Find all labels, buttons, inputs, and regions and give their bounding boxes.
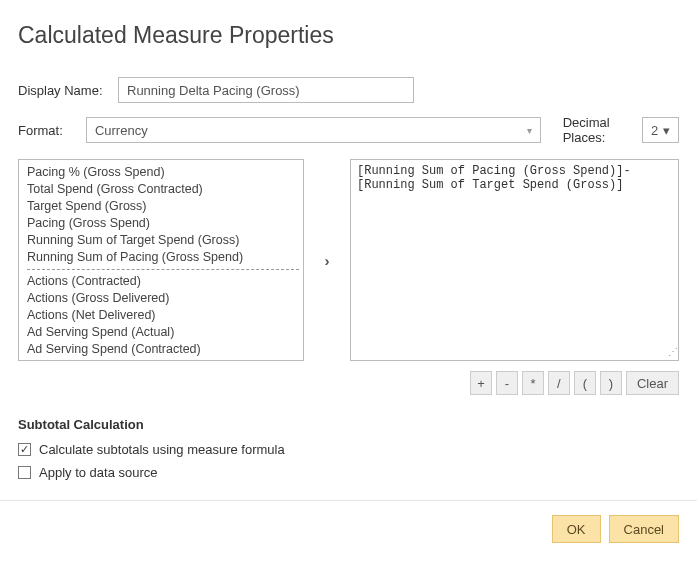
formula-text: [Running Sum of Pacing (Gross Spend)]-[R… [357, 164, 631, 192]
operator-times-button[interactable]: * [522, 371, 544, 395]
clear-button[interactable]: Clear [626, 371, 679, 395]
operator-rparen-button[interactable]: ) [600, 371, 622, 395]
chevron-down-icon: ▾ [663, 123, 670, 138]
format-select[interactable]: Currency ▾ [86, 117, 541, 143]
format-select-value: Currency [95, 123, 148, 138]
operator-lparen-button[interactable]: ( [574, 371, 596, 395]
cancel-button[interactable]: Cancel [609, 515, 679, 543]
measures-listbox[interactable]: Pacing % (Gross Spend) Total Spend (Gros… [18, 159, 304, 361]
list-item[interactable]: Pacing % (Gross Spend) [27, 164, 299, 181]
formula-textarea[interactable]: [Running Sum of Pacing (Gross Spend)]-[R… [350, 159, 679, 361]
chevron-down-icon: ▾ [527, 125, 532, 136]
display-name-input[interactable] [118, 77, 414, 103]
decimal-places-select[interactable]: 2 ▾ [642, 117, 679, 143]
subtotal-heading: Subtotal Calculation [18, 417, 679, 432]
ok-button[interactable]: OK [552, 515, 601, 543]
list-item[interactable]: Actions (Gross Delivered) [27, 290, 299, 307]
resize-grip-icon[interactable]: ⋰ [668, 350, 676, 358]
operator-divide-button[interactable]: / [548, 371, 570, 395]
decimal-places-value: 2 [651, 123, 658, 138]
list-item[interactable]: Actions (Contracted) [27, 273, 299, 290]
decimal-places-label: Decimal Places: [563, 115, 626, 145]
apply-datasource-label: Apply to data source [39, 465, 158, 480]
operator-plus-button[interactable]: + [470, 371, 492, 395]
subtotal-formula-checkbox[interactable]: ✓ [18, 443, 31, 456]
list-item[interactable]: Running Sum of Target Spend (Gross) [27, 232, 299, 249]
operator-minus-button[interactable]: - [496, 371, 518, 395]
list-item[interactable]: Ad Serving Spend (Actual) [27, 324, 299, 341]
list-item[interactable]: Target Spend (Gross) [27, 198, 299, 215]
list-item[interactable]: Total Spend (Gross Contracted) [27, 181, 299, 198]
list-item[interactable]: Running Sum of Pacing (Gross Spend) [27, 249, 299, 266]
list-divider [27, 269, 299, 270]
apply-datasource-checkbox[interactable] [18, 466, 31, 479]
footer-separator [0, 500, 697, 501]
format-label: Format: [18, 123, 86, 138]
list-item[interactable]: Ad Serving Spend (Contracted) [27, 341, 299, 358]
display-name-label: Display Name: [18, 83, 118, 98]
list-item[interactable]: Actions (Net Delivered) [27, 307, 299, 324]
subtotal-formula-label: Calculate subtotals using measure formul… [39, 442, 285, 457]
chevron-right-icon[interactable]: › [325, 252, 330, 269]
dialog-title: Calculated Measure Properties [18, 22, 679, 49]
list-item[interactable]: Pacing (Gross Spend) [27, 215, 299, 232]
